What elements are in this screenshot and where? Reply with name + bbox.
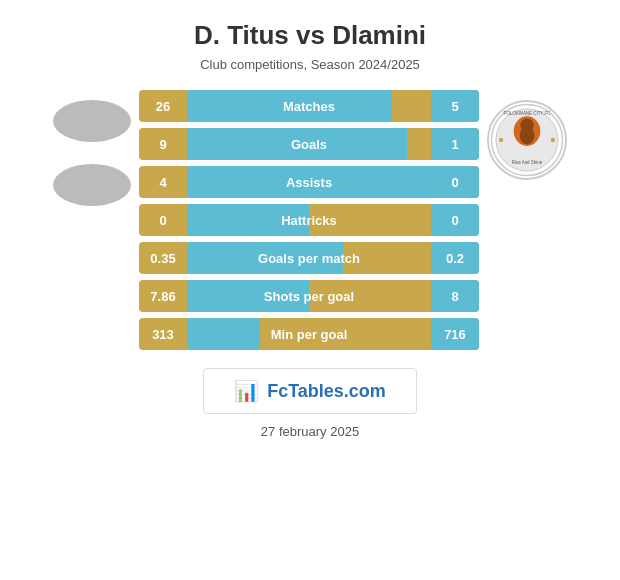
footer-date: 27 february 2025 — [261, 424, 359, 439]
stat-bar-area: Goals — [187, 128, 431, 160]
stat-left-value: 313 — [139, 327, 187, 342]
stat-row: 313Min per goal716 — [139, 318, 479, 350]
left-team-logos — [53, 100, 131, 206]
stats-area: 26Matches59Goals14Assists00Hattricks00.3… — [10, 90, 610, 350]
stat-right-value: 5 — [431, 90, 479, 122]
left-team-logo-bottom — [53, 164, 131, 206]
right-team-logo-area: POLOKWANE CITY FC Rise And Shine — [487, 100, 567, 180]
svg-text:Rise And Shine: Rise And Shine — [512, 160, 543, 165]
stat-label: Hattricks — [187, 213, 431, 228]
stat-bar-area: Assists — [187, 166, 431, 198]
stat-bar-area: Min per goal — [187, 318, 431, 350]
stat-right-value: 716 — [431, 318, 479, 350]
stats-rows: 26Matches59Goals14Assists00Hattricks00.3… — [139, 90, 479, 350]
stat-right-value: 0.2 — [431, 242, 479, 274]
svg-point-4 — [520, 127, 535, 145]
stat-bar-area: Matches — [187, 90, 431, 122]
stat-left-value: 0.35 — [139, 251, 187, 266]
stat-label: Assists — [187, 175, 431, 190]
svg-point-7 — [499, 138, 503, 142]
stat-label: Goals — [187, 137, 431, 152]
stat-left-value: 0 — [139, 213, 187, 228]
stat-bar-area: Goals per match — [187, 242, 431, 274]
stat-row: 9Goals1 — [139, 128, 479, 160]
stat-row: 7.86Shots per goal8 — [139, 280, 479, 312]
stat-right-value: 8 — [431, 280, 479, 312]
stat-label: Goals per match — [187, 251, 431, 266]
stat-right-value: 0 — [431, 166, 479, 198]
stat-bar-area: Shots per goal — [187, 280, 431, 312]
stat-label: Shots per goal — [187, 289, 431, 304]
stat-left-value: 9 — [139, 137, 187, 152]
stat-label: Matches — [187, 99, 431, 114]
right-team-logo: POLOKWANE CITY FC Rise And Shine — [487, 100, 567, 180]
stat-left-value: 7.86 — [139, 289, 187, 304]
stat-row: 26Matches5 — [139, 90, 479, 122]
stat-left-value: 26 — [139, 99, 187, 114]
svg-point-8 — [551, 138, 555, 142]
page-subtitle: Club competitions, Season 2024/2025 — [200, 57, 420, 72]
fctables-banner: 📊 FcTables.com — [203, 368, 417, 414]
svg-text:POLOKWANE CITY FC: POLOKWANE CITY FC — [504, 111, 552, 116]
stat-row: 0Hattricks0 — [139, 204, 479, 236]
stat-right-value: 0 — [431, 204, 479, 236]
fctables-icon: 📊 — [234, 379, 259, 403]
stat-right-value: 1 — [431, 128, 479, 160]
page-title: D. Titus vs Dlamini — [194, 20, 426, 51]
stat-bar-area: Hattricks — [187, 204, 431, 236]
stat-label: Min per goal — [187, 327, 431, 342]
stat-row: 4Assists0 — [139, 166, 479, 198]
stat-row: 0.35Goals per match0.2 — [139, 242, 479, 274]
main-container: D. Titus vs Dlamini Club competitions, S… — [0, 0, 620, 580]
left-team-logo-top — [53, 100, 131, 142]
fctables-label: FcTables.com — [267, 381, 386, 402]
stat-left-value: 4 — [139, 175, 187, 190]
